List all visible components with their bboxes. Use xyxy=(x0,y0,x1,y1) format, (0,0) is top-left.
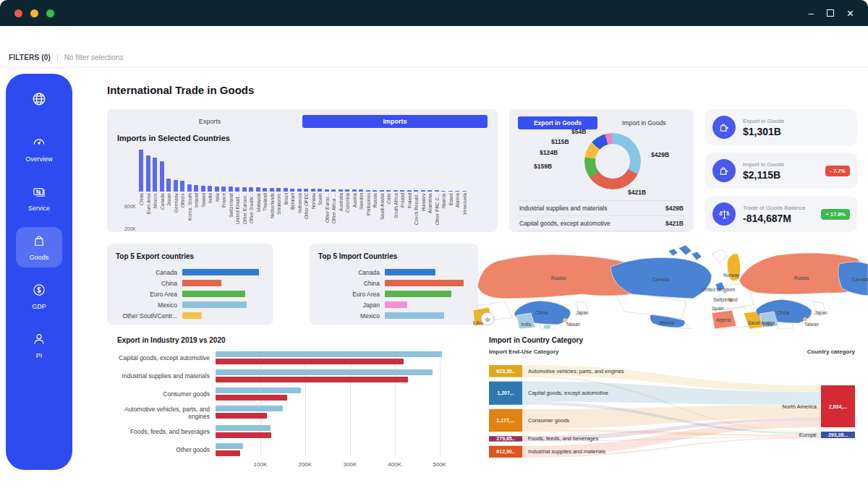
bar[interactable] xyxy=(182,301,247,308)
bar-Australia[interactable] xyxy=(339,189,343,192)
bar[interactable] xyxy=(385,291,451,297)
list-item-Canada[interactable]: Canada xyxy=(318,267,469,278)
list-item-Canada[interactable]: Canada xyxy=(116,267,265,278)
bar-China[interactable] xyxy=(139,150,143,192)
world-map[interactable]: Russia China India Japan Taiwan Saudi Ar… xyxy=(473,244,868,325)
bar-Finland[interactable] xyxy=(407,190,412,192)
bar-Sweden[interactable] xyxy=(359,189,363,192)
bar-Korea, South[interactable] xyxy=(187,184,192,192)
table-row[interactable]: Consumer goods $159B xyxy=(518,231,685,232)
bar[interactable] xyxy=(385,301,407,308)
zoom-traffic-light-icon[interactable] xyxy=(46,9,54,17)
bar-Czech Republ..[interactable] xyxy=(414,190,418,192)
bar-Russia[interactable] xyxy=(373,190,377,192)
bar-Spain[interactable] xyxy=(318,189,322,192)
bar-Philippines[interactable] xyxy=(366,190,370,192)
bar-Mexico[interactable] xyxy=(153,158,157,192)
bar[interactable] xyxy=(385,312,444,319)
sidebar-item-pi[interactable]: PI xyxy=(16,325,62,366)
bar-Canada[interactable] xyxy=(160,161,164,192)
sidebar-item-goods[interactable]: Goods xyxy=(16,227,62,267)
bar-Brazil[interactable] xyxy=(284,188,288,192)
bar-Others[interactable] xyxy=(180,181,184,192)
bar-Indonesia[interactable] xyxy=(297,189,302,192)
sidebar-item-overview[interactable]: Overview xyxy=(16,129,62,169)
bar-Malaysia[interactable] xyxy=(256,187,260,192)
list-item-Euro Area[interactable]: Euro Area xyxy=(116,288,265,299)
bar-Nigeria[interactable] xyxy=(441,191,446,192)
bar-United Kingd...[interactable] xyxy=(235,187,239,192)
bar-2020[interactable] xyxy=(216,395,287,401)
bar-2019[interactable] xyxy=(216,369,433,375)
bar[interactable] xyxy=(385,269,435,275)
bar-Austria[interactable] xyxy=(352,189,357,192)
bar-Other PRC C...[interactable] xyxy=(435,190,439,192)
kpi-export-in-goods[interactable]: Export in Goods $1,301B xyxy=(705,109,857,145)
list-item-China[interactable]: China xyxy=(116,278,265,288)
bar-2019[interactable] xyxy=(216,425,271,431)
sidebar-item-service[interactable]: Service xyxy=(16,178,62,218)
filters-label[interactable]: FILTERS (0) xyxy=(9,53,51,61)
map-zoom-control[interactable]: ⊕ xyxy=(481,312,494,325)
bar-Switzerland[interactable] xyxy=(229,187,233,192)
bar[interactable] xyxy=(182,291,245,297)
bar-Hungary[interactable] xyxy=(421,190,425,192)
maximize-button[interactable] xyxy=(827,9,834,17)
bar-Belgium[interactable] xyxy=(290,189,294,192)
bar-Algeria[interactable] xyxy=(455,191,459,192)
bar-Ireland[interactable] xyxy=(194,185,198,192)
bar-Euro Area[interactable] xyxy=(146,155,150,192)
bar-2019[interactable] xyxy=(216,388,301,393)
bar-Poland[interactable] xyxy=(400,190,404,192)
list-item-Other South/Centr...[interactable]: Other South/Centr... xyxy=(116,310,265,321)
close-button[interactable]: × xyxy=(847,9,854,18)
list-item-China[interactable]: China xyxy=(318,278,469,288)
bar-Chile[interactable] xyxy=(386,190,391,192)
bar-France[interactable] xyxy=(221,187,226,192)
bar-2020[interactable] xyxy=(216,413,267,419)
bar-Argentina[interactable] xyxy=(427,190,432,192)
bar-Singapore[interactable] xyxy=(276,188,281,192)
bar-Netherlands[interactable] xyxy=(270,188,274,192)
tab-exports[interactable]: Exports xyxy=(117,115,302,128)
minimize-button[interactable]: – xyxy=(808,9,813,18)
kpi-import-in-goods[interactable]: Import in Goods $2,115B - 7.7% xyxy=(705,153,857,189)
bar-Other South/...[interactable] xyxy=(249,187,253,192)
bar[interactable] xyxy=(182,280,221,286)
bar-Egypt[interactable] xyxy=(448,191,453,192)
bar-Venezuela[interactable] xyxy=(462,191,467,192)
bar-South Africa[interactable] xyxy=(393,190,398,192)
bar-2019[interactable] xyxy=(216,351,442,357)
list-item-Mexico[interactable]: Mexico xyxy=(318,310,469,321)
bar-2020[interactable] xyxy=(216,377,408,382)
bar-India[interactable] xyxy=(208,186,212,192)
bar-2020[interactable] xyxy=(216,359,404,364)
bar-Other Europ...[interactable] xyxy=(325,189,329,192)
minimize-traffic-light-icon[interactable] xyxy=(30,9,38,17)
bar-Taiwan[interactable] xyxy=(201,186,205,192)
list-item-Japan[interactable]: Japan xyxy=(318,299,469,310)
bar-Germany[interactable] xyxy=(174,180,178,192)
bar[interactable] xyxy=(385,280,464,286)
bar-Other Africa ...[interactable] xyxy=(331,189,336,192)
kpi-trade-balance[interactable]: Trade of Goods Balance -814,687M + 17.8% xyxy=(705,196,857,232)
bar[interactable] xyxy=(182,269,259,275)
list-item-Euro Area[interactable]: Euro Area xyxy=(318,288,469,299)
bar-Japan[interactable] xyxy=(166,179,171,192)
sidebar-item-gdp[interactable]: GDP xyxy=(16,276,62,317)
bar-Other OPEC[interactable] xyxy=(304,189,308,192)
bar-2020[interactable] xyxy=(216,432,271,438)
bar-Italy[interactable] xyxy=(215,187,219,192)
bar-Thailand[interactable] xyxy=(263,188,267,192)
bar-2019[interactable] xyxy=(216,406,283,411)
table-row[interactable]: Capital goods, except automotive $421B xyxy=(518,215,685,231)
table-row[interactable]: Industrial supplies and materials $429B xyxy=(518,200,685,215)
bar-Other Europe..[interactable] xyxy=(242,187,247,192)
bar-Saudi Arabia[interactable] xyxy=(380,190,384,192)
close-traffic-light-icon[interactable] xyxy=(14,9,22,17)
bar[interactable] xyxy=(182,312,202,319)
bar-Norway[interactable] xyxy=(311,189,315,192)
bar-2019[interactable] xyxy=(216,443,243,449)
bar-2020[interactable] xyxy=(216,450,240,456)
bar-Colombia[interactable] xyxy=(345,189,349,192)
